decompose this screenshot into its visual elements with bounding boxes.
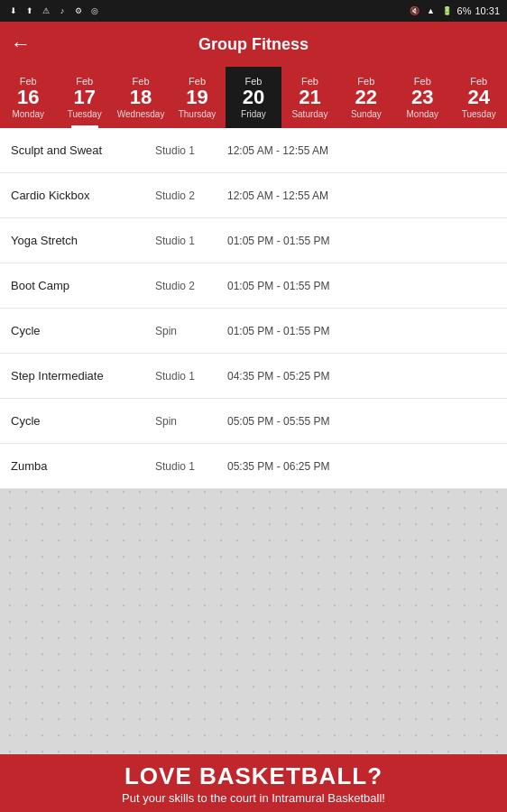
- class-time: 05:35 PM - 06:25 PM: [227, 460, 496, 473]
- class-time: 01:05 PM - 01:55 PM: [227, 235, 496, 247]
- status-bar: ⬇ ⬆ ⚠ ♪ ⚙ ◎ 🔇 ▲ 🔋 6% 10:31: [0, 0, 507, 22]
- class-location: Spin: [155, 415, 227, 428]
- class-location: Studio 1: [155, 144, 227, 157]
- main-content: Sculpt and Sweat Studio 1 12:05 AM - 12:…: [0, 128, 507, 812]
- download-icon: ⬆: [23, 5, 36, 17]
- cal-weekday: Monday: [12, 109, 44, 119]
- class-location: Studio 2: [155, 189, 227, 202]
- cal-date-num: 22: [355, 87, 377, 108]
- class-time: 12:05 AM - 12:55 AM: [227, 189, 496, 202]
- cal-day-17[interactable]: Feb 17 Tuesday: [56, 67, 112, 128]
- class-time: 12:05 AM - 12:55 AM: [227, 144, 496, 157]
- class-row[interactable]: Sculpt and Sweat Studio 1 12:05 AM - 12:…: [0, 128, 507, 173]
- cal-date-num: 19: [186, 87, 207, 108]
- cal-weekday: Wednesday: [117, 109, 165, 119]
- cal-day-24[interactable]: Feb 24 Tuesday: [451, 67, 507, 128]
- cal-day-23[interactable]: Feb 23 Monday: [394, 67, 450, 128]
- calendar-strip: Feb 16 Monday Feb 17 Tuesday Feb 18 Wedn…: [0, 67, 507, 128]
- class-location: Studio 1: [155, 460, 227, 473]
- class-name: Boot Camp: [11, 279, 155, 292]
- app-header: ← Group Fitness: [0, 22, 507, 67]
- cal-day-18[interactable]: Feb 18 Wednesday: [113, 67, 169, 128]
- battery-percent: 6%: [457, 5, 472, 16]
- banner-title: LOVE BASKETBALL?: [124, 763, 383, 789]
- wifi-icon: ▲: [425, 5, 438, 17]
- cal-date-num: 17: [73, 87, 95, 108]
- page-title: Group Fitness: [198, 35, 309, 54]
- cal-date-num: 24: [467, 87, 489, 108]
- notification-icon: ⬇: [7, 5, 20, 17]
- battery-icon: 🔋: [441, 5, 454, 17]
- class-location: Spin: [155, 325, 227, 337]
- class-time: 01:05 PM - 01:55 PM: [227, 325, 496, 337]
- cal-weekday: Sunday: [351, 109, 382, 119]
- cal-weekday: Thursday: [179, 109, 217, 119]
- clock: 10:31: [475, 5, 500, 16]
- settings-icon: ⚙: [72, 5, 85, 17]
- class-row[interactable]: Step Intermediate Studio 1 04:35 PM - 05…: [0, 354, 507, 399]
- class-location: Studio 2: [155, 280, 227, 292]
- class-time: 01:05 PM - 01:55 PM: [227, 280, 496, 292]
- class-name: Yoga Stretch: [11, 234, 155, 247]
- cal-weekday: Friday: [241, 109, 266, 119]
- back-button[interactable]: ←: [11, 32, 31, 56]
- cal-month: Feb: [357, 76, 374, 87]
- music-icon: ♪: [56, 5, 69, 17]
- class-location: Studio 1: [155, 235, 227, 247]
- cal-weekday: Saturday: [291, 109, 327, 119]
- cal-day-21[interactable]: Feb 21 Saturday: [281, 67, 337, 128]
- class-time: 05:05 PM - 05:55 PM: [227, 415, 496, 428]
- cal-month: Feb: [76, 76, 93, 87]
- cal-weekday: Tuesday: [68, 109, 102, 119]
- cal-weekday: Monday: [406, 109, 438, 119]
- class-row[interactable]: Cardio Kickbox Studio 2 12:05 AM - 12:55…: [0, 173, 507, 218]
- class-row[interactable]: Boot Camp Studio 2 01:05 PM - 01:55 PM: [0, 263, 507, 309]
- class-row[interactable]: Cycle Spin 05:05 PM - 05:55 PM: [0, 399, 507, 444]
- class-row[interactable]: Zumba Studio 1 05:35 PM - 06:25 PM: [0, 444, 507, 489]
- cal-month: Feb: [133, 76, 150, 87]
- cal-month: Feb: [244, 76, 262, 87]
- cal-month: Feb: [470, 76, 487, 87]
- cal-day-16[interactable]: Feb 16 Monday: [0, 67, 56, 128]
- status-icons-left: ⬇ ⬆ ⚠ ♪ ⚙ ◎: [7, 5, 101, 17]
- status-icons-right: 🔇 ▲ 🔋 6% 10:31: [409, 5, 500, 17]
- class-time: 04:35 PM - 05:25 PM: [227, 370, 496, 383]
- empty-area: [0, 489, 507, 754]
- mute-icon: 🔇: [409, 5, 421, 17]
- class-name: Sculpt and Sweat: [11, 143, 155, 157]
- cal-day-22[interactable]: Feb 22 Sunday: [338, 67, 394, 128]
- class-row[interactable]: Yoga Stretch Studio 1 01:05 PM - 01:55 P…: [0, 218, 507, 263]
- class-name: Cardio Kickbox: [11, 189, 155, 202]
- class-name: Zumba: [11, 459, 155, 473]
- class-name: Cycle: [11, 414, 155, 428]
- promo-banner: LOVE BASKETBALL? Put your skills to the …: [0, 754, 507, 812]
- cal-date-num: 20: [243, 87, 264, 108]
- cal-day-19[interactable]: Feb 19 Thursday: [169, 67, 225, 128]
- alert-icon: ⚠: [40, 5, 52, 17]
- class-row[interactable]: Cycle Spin 01:05 PM - 01:55 PM: [0, 309, 507, 354]
- cal-month: Feb: [301, 76, 318, 87]
- cal-date-num: 16: [17, 87, 39, 108]
- cal-weekday: Tuesday: [462, 109, 496, 119]
- cal-day-20[interactable]: Feb 20 Friday: [226, 67, 281, 128]
- banner-subtitle: Put your skills to the court in Intramur…: [122, 791, 385, 805]
- cal-month: Feb: [414, 76, 431, 87]
- class-location: Studio 1: [155, 370, 227, 383]
- classes-list: Sculpt and Sweat Studio 1 12:05 AM - 12:…: [0, 128, 507, 489]
- cal-date-num: 21: [299, 87, 320, 108]
- cal-month: Feb: [189, 76, 206, 87]
- camera-icon: ◎: [88, 5, 101, 17]
- cal-date-num: 18: [130, 87, 152, 108]
- class-name: Cycle: [11, 324, 155, 337]
- class-name: Step Intermediate: [11, 369, 155, 383]
- cal-date-num: 23: [411, 87, 433, 108]
- cal-month: Feb: [20, 76, 37, 87]
